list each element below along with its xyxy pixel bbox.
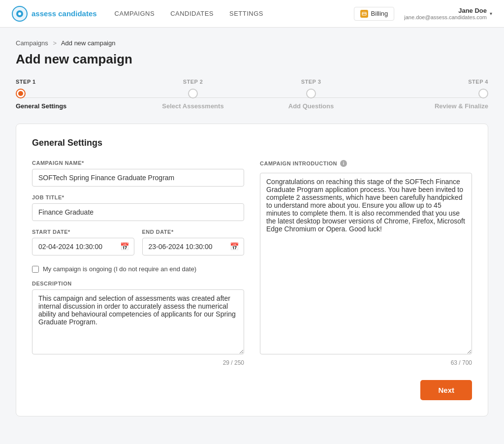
end-date-group: END DATE* 📅 [142,229,245,255]
description-char-count: 29 / 250 [32,359,244,366]
next-button[interactable]: Next [420,380,472,400]
end-date-wrapper: 📅 [142,238,245,255]
description-label: DESCRIPTION [32,281,244,286]
job-title-group: JOB TITLE* [32,194,244,221]
start-date-label: START DATE* [32,229,134,235]
info-icon: i [340,160,347,167]
breadcrumb: Campaigns > Add new campaign [16,39,488,47]
step-3-label: STEP 3 [301,79,321,85]
stepper: STEP 1 General Settings STEP 2 Select As… [16,79,488,110]
step-2-label: STEP 2 [183,79,203,85]
intro-char-count: 63 / 700 [260,359,472,366]
step-4-name: Review & Finalize [435,102,488,110]
job-title-label: JOB TITLE* [32,194,244,200]
logo[interactable]: assess candidates [12,6,97,22]
billing-icon [360,10,368,18]
start-date-group: START DATE* 📅 [32,229,134,255]
job-title-input[interactable] [32,203,244,221]
user-details: Jane Doe jane.doe@assess.candidates.com [404,7,487,20]
step-4: STEP 4 Review & Finalize [370,79,488,110]
date-row: START DATE* 📅 END DATE* 📅 [32,229,244,255]
breadcrumb-current: Add new campaign [61,39,116,47]
svg-point-2 [18,12,21,15]
intro-group: CAMPAIGN INTRODUCTION i Congratulations … [260,160,472,366]
logo-icon [12,6,28,22]
breadcrumb-separator: > [53,39,57,47]
billing-button[interactable]: Billing [354,7,395,21]
logo-text: assess candidates [32,9,97,18]
nav-campaigns[interactable]: CAMPAIGNS [115,10,155,17]
step-1-label: STEP 1 [16,79,36,85]
user-dropdown-arrow: ▾ [490,11,492,16]
intro-label: CAMPAIGN INTRODUCTION [260,160,337,166]
navbar-left: assess candidates CAMPAIGNS CANDIDATES S… [12,6,263,22]
billing-label: Billing [371,10,388,17]
step-2: STEP 2 Select Assessments [134,79,252,110]
end-date-label: END DATE* [142,229,245,235]
main-content: Campaigns > Add new campaign Add new cam… [0,28,504,428]
ongoing-checkbox[interactable] [32,266,39,273]
navbar: assess candidates CAMPAIGNS CANDIDATES S… [0,0,504,28]
step-4-dot [478,89,488,98]
campaign-name-group: CAMPAIGN NAME* [32,160,244,187]
step-1-name: General Settings [16,102,66,110]
nav-settings[interactable]: SETTINGS [229,10,263,17]
form-left: CAMPAIGN NAME* JOB TITLE* START DATE* [32,160,244,366]
ongoing-checkbox-group: My campaign is ongoing (I do not require… [32,265,244,273]
user-info[interactable]: Jane Doe jane.doe@assess.candidates.com … [404,7,492,20]
step-2-dot [188,89,198,98]
start-date-wrapper: 📅 [32,238,134,255]
breadcrumb-parent[interactable]: Campaigns [16,39,48,47]
step-1: STEP 1 General Settings [16,79,134,110]
step-2-name: Select Assessments [162,102,223,110]
end-date-input[interactable] [142,238,245,255]
intro-textarea[interactable]: Congratulations on reaching this stage o… [260,173,472,354]
form-card: General Settings CAMPAIGN NAME* JOB TITL… [16,124,488,416]
user-email: jane.doe@assess.candidates.com [404,14,487,20]
nav-candidates[interactable]: CANDIDATES [170,10,214,17]
form-right: CAMPAIGN INTRODUCTION i Congratulations … [260,160,472,366]
description-group: DESCRIPTION This campaign and selection … [32,281,244,366]
step-3-dot [306,89,316,98]
start-date-input[interactable] [32,238,134,255]
nav-links: CAMPAIGNS CANDIDATES SETTINGS [115,10,263,17]
user-name: Jane Doe [404,7,487,14]
page-title: Add new campaign [16,52,488,67]
step-3: STEP 3 Add Questions [252,79,370,110]
form-card-title: General Settings [32,138,472,148]
step-4-label: STEP 4 [468,79,488,85]
description-textarea[interactable]: This campaign and selection of assessmen… [32,289,244,354]
intro-label-row: CAMPAIGN INTRODUCTION i [260,160,472,167]
dates-group: START DATE* 📅 END DATE* 📅 [32,229,244,255]
campaign-name-label: CAMPAIGN NAME* [32,160,244,166]
campaign-name-input[interactable] [32,169,244,187]
navbar-right: Billing Jane Doe jane.doe@assess.candida… [354,7,492,21]
form-grid: CAMPAIGN NAME* JOB TITLE* START DATE* [32,160,472,366]
ongoing-label: My campaign is ongoing (I do not require… [43,265,196,273]
step-3-name: Add Questions [288,102,334,110]
step-1-dot [16,89,26,98]
form-footer: Next [32,380,472,400]
